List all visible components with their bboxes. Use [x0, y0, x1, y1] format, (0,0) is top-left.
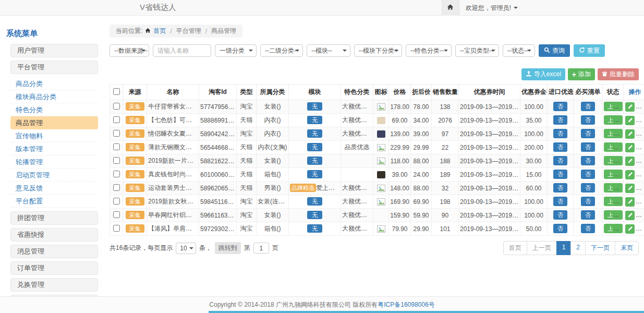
first-page-button[interactable]: 首页 [503, 241, 527, 255]
prev-page-button[interactable]: 上一页 [527, 241, 557, 255]
row-checkbox[interactable] [113, 143, 120, 150]
status-button[interactable]: 上架 [604, 156, 623, 165]
import-optional-toggle[interactable]: 否 [553, 129, 567, 138]
level2-category-select[interactable]: --二级分类-- [260, 44, 303, 57]
import-optional-toggle[interactable]: 否 [553, 210, 567, 220]
user-menu[interactable]: 欢迎您，管理员! [466, 4, 518, 13]
row-checkbox[interactable] [113, 171, 120, 177]
breadcrumb-home-link[interactable]: 首页 [153, 27, 166, 35]
row-checkbox[interactable] [113, 130, 120, 137]
status-button[interactable]: 上架 [604, 129, 623, 138]
status-button[interactable]: 上架 [604, 115, 623, 125]
import-optional-toggle[interactable]: 否 [553, 142, 567, 152]
reset-button[interactable]: 重置 [574, 44, 605, 57]
edit-button[interactable] [625, 184, 635, 193]
edit-button[interactable] [625, 170, 635, 179]
module-subcategory-select[interactable]: --模块下分类-- [354, 44, 402, 57]
sidebar-item-module-product-category[interactable]: 模块商品分类 [10, 90, 98, 103]
table-row: 采集2019新款一片式系...588216228899天猫女装()无118.00… [110, 154, 644, 168]
sidebar-group-order[interactable]: 订单管理 [10, 261, 98, 275]
status-button[interactable]: 上架 [604, 183, 623, 192]
sidebar-item-version-management[interactable]: 版本管理 [10, 142, 98, 155]
import-optional-toggle[interactable]: 否 [553, 170, 567, 179]
jump-page-input[interactable] [253, 243, 269, 254]
status-button[interactable]: 上架 [604, 197, 623, 206]
status-button[interactable]: 上架 [604, 170, 623, 179]
sidebar-item-platform-config[interactable]: 平台配置 [10, 195, 98, 208]
edit-button[interactable] [625, 156, 635, 166]
special-category-select[interactable]: --特色分类-- [406, 44, 452, 57]
sidebar-group-exchange[interactable]: 兑换管理 [10, 278, 98, 292]
status-button[interactable]: 上架 [604, 102, 623, 111]
last-page-button[interactable]: 末页 [615, 241, 639, 255]
edit-button[interactable] [625, 116, 635, 125]
module-select[interactable]: --模块-- [307, 44, 350, 57]
edit-button[interactable] [625, 211, 635, 220]
sidebar-item-splash-management[interactable]: 启动页管理 [10, 168, 98, 182]
must-buy-toggle[interactable]: 否 [581, 129, 595, 138]
search-button[interactable]: 查询 [539, 44, 570, 57]
must-buy-toggle[interactable]: 否 [581, 183, 595, 192]
page-2-button[interactable]: 2 [570, 241, 586, 255]
import-excel-button[interactable]: 导入excel [521, 68, 565, 80]
sidebar-item-carousel-management[interactable]: 轮播管理 [10, 155, 98, 168]
sidebar-item-product-management[interactable]: 商品管理 [10, 116, 98, 129]
must-buy-toggle[interactable]: 否 [581, 156, 595, 165]
table-row: 采集2019新款女秋薄款...598451162391淘宝女装(连衣裙)无大额优… [110, 195, 644, 209]
name-search-input[interactable] [153, 44, 211, 57]
row-checkbox[interactable] [113, 184, 120, 191]
row-checkbox[interactable] [113, 157, 120, 164]
jump-to-button[interactable]: 跳转到 [215, 242, 241, 254]
row-checkbox[interactable] [113, 103, 120, 110]
import-optional-toggle[interactable]: 否 [553, 183, 567, 192]
select-all-checkbox[interactable] [113, 88, 120, 95]
sidebar-item-product-category[interactable]: 商品分类 [10, 77, 98, 90]
row-checkbox[interactable] [113, 225, 120, 232]
item-type-select[interactable]: --宝贝类型-- [455, 44, 499, 57]
import-optional-toggle[interactable]: 否 [553, 224, 567, 233]
sidebar-group-message[interactable]: 消息管理 [10, 245, 98, 258]
must-buy-toggle[interactable]: 否 [581, 115, 595, 125]
sidebar-item-promo-materials[interactable]: 宣传物料 [10, 129, 98, 142]
edit-button[interactable] [625, 129, 635, 139]
data-source-select[interactable]: --数据来源-- [110, 44, 149, 57]
batch-delete-button[interactable]: 批量删除 [598, 68, 639, 80]
edit-button[interactable] [625, 143, 635, 152]
icp-link[interactable]: 粤ICP备16098006号 [378, 301, 434, 308]
import-optional-toggle[interactable]: 否 [553, 156, 567, 165]
special-category: 大额优惠券 [341, 100, 373, 114]
must-buy-toggle[interactable]: 否 [581, 224, 595, 233]
import-optional-toggle[interactable]: 否 [553, 115, 567, 125]
status-button[interactable]: 上架 [604, 210, 623, 220]
sidebar-group-platform-management[interactable]: 平台管理 [10, 61, 98, 74]
status-button[interactable]: 上架 [604, 224, 623, 233]
sidebar-group-user-management[interactable]: 用户管理 [10, 44, 98, 57]
must-buy-toggle[interactable]: 否 [581, 197, 595, 206]
sidebar-group-express-news[interactable]: 省惠快报 [10, 228, 98, 242]
sidebar-group-groupbuy[interactable]: 拼团管理 [10, 211, 98, 225]
per-page-select[interactable]: 10 [176, 243, 196, 254]
edit-button[interactable] [625, 197, 635, 207]
must-buy-toggle[interactable]: 否 [581, 142, 595, 152]
must-buy-toggle[interactable]: 否 [581, 210, 595, 220]
status-button[interactable]: 上架 [604, 142, 623, 152]
page-1-button[interactable]: 1 [556, 241, 572, 255]
must-buy-toggle[interactable]: 否 [581, 102, 595, 111]
sidebar-item-special-category[interactable]: 特色分类 [10, 103, 98, 116]
status-select[interactable]: --状态-- [503, 44, 535, 57]
edit-button[interactable] [625, 224, 635, 234]
row-checkbox[interactable] [113, 198, 120, 204]
sidebar-item-feedback[interactable]: 意见反馈 [10, 182, 98, 195]
edit-button[interactable] [625, 102, 635, 112]
level1-category-select[interactable]: 一级分类 [215, 44, 257, 57]
import-optional-toggle[interactable]: 否 [553, 197, 567, 206]
row-checkbox[interactable] [113, 211, 120, 218]
import-optional-toggle[interactable]: 否 [553, 102, 567, 111]
search-icon [544, 47, 550, 55]
home-button[interactable] [442, 0, 459, 16]
next-page-button[interactable]: 下一页 [585, 241, 615, 255]
row-checkbox[interactable] [113, 116, 120, 123]
add-button[interactable]: + 添加 [568, 68, 595, 80]
must-buy-toggle[interactable]: 否 [581, 170, 595, 179]
horizontal-scrollbar-thumb[interactable] [209, 311, 644, 313]
